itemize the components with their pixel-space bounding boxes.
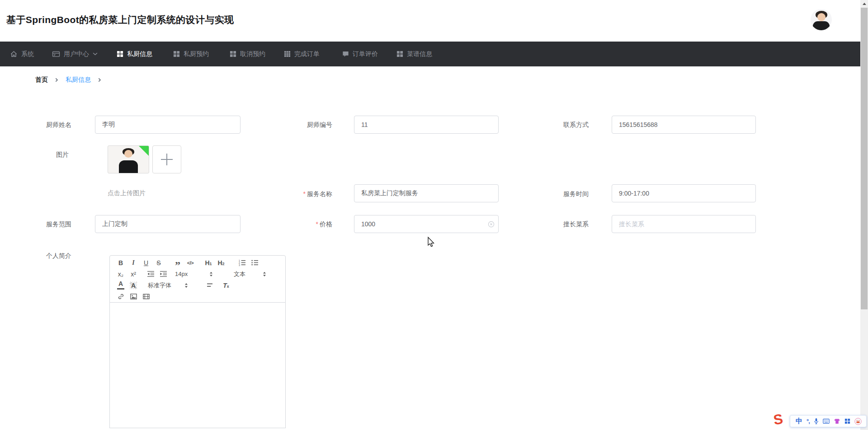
microphone-icon[interactable] [814, 418, 819, 425]
vertical-scrollbar[interactable] [860, 0, 868, 430]
text-color-button[interactable]: A [114, 281, 127, 290]
page: 基于SpringBoot的私房菜上门定制系统的设计与实现 系统 用户中心 [0, 0, 868, 430]
main-nav: 系统 用户中心 私厨信息 私厨预约 取消预 [0, 42, 868, 66]
chevron-down-icon [93, 52, 98, 56]
chef-name-input[interactable] [95, 116, 241, 134]
font-family-value: 标准字体 [148, 281, 171, 290]
nav-item-cancel-booking[interactable]: 取消预约 [230, 42, 265, 66]
toolbox-grid-icon[interactable] [844, 418, 850, 424]
format-value: 文本 [234, 270, 245, 278]
nav-item-system[interactable]: 系统 [10, 42, 34, 66]
cuisine-input[interactable] [612, 215, 756, 233]
home-icon [10, 50, 18, 58]
editor-toolbar: B I U S ” </> H1 H2 123 x₂ x² [109, 255, 286, 303]
clear-format-button[interactable]: Tx [220, 282, 232, 289]
indent-icon[interactable] [157, 271, 170, 277]
font-size-picker[interactable]: 14px [171, 271, 217, 277]
price-input[interactable] [354, 215, 499, 233]
thumb-person-face [124, 150, 132, 158]
breadcrumb-home-link[interactable]: 首页 [35, 76, 48, 84]
nav-label: 完成订单 [294, 50, 320, 58]
grid-icon [173, 51, 180, 57]
format-picker[interactable]: 文本 [230, 270, 270, 278]
underline-button[interactable]: U [140, 259, 152, 266]
nav-label: 私厨预约 [184, 50, 209, 58]
chevron-right-icon [98, 78, 101, 82]
keyboard-icon[interactable] [823, 419, 830, 424]
font-family-picker[interactable]: 标准字体 [144, 281, 192, 290]
highlight-color-button[interactable]: A [127, 282, 140, 289]
nav-item-chef-info[interactable]: 私厨信息 [117, 42, 152, 66]
outdent-icon[interactable] [144, 271, 157, 277]
service-scope-label: 服务范围 [17, 220, 71, 229]
required-marker: * [316, 220, 318, 228]
service-time-label: 服务时间 [534, 189, 589, 198]
svg-text:3: 3 [239, 264, 240, 266]
upload-hint-text: 点击上传图片 [108, 189, 146, 197]
blockquote-button[interactable]: ” [171, 259, 184, 267]
nav-item-user-center[interactable]: 用户中心 [52, 42, 98, 66]
nav-item-completed-orders[interactable]: 完成订单 [284, 42, 320, 66]
editor-toolbar-row-3: A A 标准字体 Tx [114, 280, 285, 291]
breadcrumb-current-link[interactable]: 私厨信息 [66, 76, 91, 84]
editor-content-area[interactable] [109, 303, 286, 428]
bold-button[interactable]: B [114, 259, 127, 266]
thumb-green-corner [139, 146, 149, 156]
nav-item-order-reviews[interactable]: 订单评价 [342, 42, 378, 66]
uploaded-image-thumbnail[interactable] [108, 145, 149, 173]
nav-label: 菜谱信息 [407, 50, 432, 58]
nav-label: 取消预约 [240, 50, 265, 58]
editor-toolbar-row-2: x₂ x² 14px 文本 [114, 268, 285, 280]
intro-label: 个人简介 [17, 251, 71, 260]
contact-input[interactable] [612, 116, 756, 134]
nav-item-recipe-info[interactable]: 菜谱信息 [396, 42, 432, 66]
insert-video-icon[interactable] [140, 293, 152, 300]
grid-icon [117, 51, 123, 57]
scrollbar-thumb[interactable] [861, 8, 868, 309]
breadcrumb: 首页 私厨信息 [35, 76, 101, 84]
upload-add-button[interactable] [152, 145, 181, 173]
sogou-logo-icon[interactable]: S [772, 411, 784, 429]
nav-item-chef-booking[interactable]: 私厨预约 [173, 42, 209, 66]
mouse-cursor [427, 237, 435, 249]
insert-image-icon[interactable] [127, 293, 140, 300]
superscript-button[interactable]: x² [127, 271, 140, 278]
service-time-input[interactable] [612, 184, 756, 202]
id-card-icon [52, 51, 60, 57]
triangle-up-icon [863, 3, 866, 5]
service-scope-input[interactable] [95, 215, 241, 233]
nav-label: 订单评价 [353, 50, 378, 58]
ordered-list-icon[interactable]: 123 [236, 259, 248, 266]
plus-icon [166, 154, 167, 165]
chef-number-input[interactable] [354, 116, 499, 134]
ime-chinese-mode[interactable]: 中 [796, 417, 802, 425]
clear-input-icon[interactable] [488, 221, 495, 228]
updown-caret-icon [184, 283, 188, 288]
align-icon[interactable] [203, 283, 216, 288]
ime-punctuation-mode[interactable]: °, [807, 418, 810, 425]
required-marker: * [303, 190, 306, 197]
scroll-up-button[interactable] [860, 0, 868, 8]
subscript-button[interactable]: x₂ [114, 271, 127, 278]
avatar-face [817, 13, 826, 21]
skin-shirt-icon[interactable] [834, 418, 840, 424]
nav-label: 私厨信息 [127, 50, 152, 58]
link-icon[interactable] [114, 293, 127, 300]
thumb-person-shirt [119, 160, 138, 173]
italic-button[interactable]: I [127, 259, 140, 266]
nav-label: 用户中心 [64, 50, 89, 58]
grid-icon [396, 51, 403, 57]
strikethrough-button[interactable]: S [152, 259, 165, 266]
user-avatar[interactable] [811, 9, 832, 30]
heading1-button[interactable]: H1 [202, 259, 215, 266]
code-button[interactable]: </> [184, 260, 197, 266]
heading2-button[interactable]: H2 [215, 259, 227, 266]
image-label: 图片 [14, 150, 69, 159]
nav-label: 系统 [21, 50, 34, 58]
price-label: *价格 [278, 220, 332, 229]
emoji-smiley-icon[interactable] [854, 418, 862, 425]
bullet-list-icon[interactable] [248, 259, 261, 266]
chevron-right-icon [55, 78, 58, 82]
service-name-input[interactable] [354, 184, 499, 202]
ime-toolbar: 中 °, [790, 415, 867, 427]
